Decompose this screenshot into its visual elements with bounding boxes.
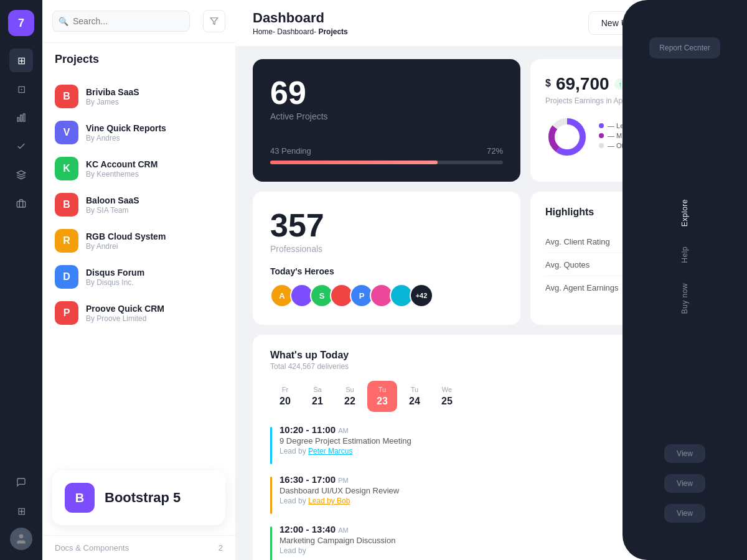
event-lead-link[interactable]: Lead by Bob	[308, 497, 350, 505]
view-button-1[interactable]: View	[664, 444, 705, 463]
earnings-amount: 69,700	[556, 74, 609, 94]
search-icon: 🔍	[59, 17, 68, 26]
nav-grid[interactable]: ⊡	[9, 77, 33, 101]
cal-day-num: 20	[280, 396, 291, 407]
calendar-day[interactable]: Sa 21	[303, 381, 332, 412]
project-name: RGB Cloud System	[86, 231, 166, 241]
nav-chat[interactable]	[9, 470, 33, 494]
svg-marker-3	[17, 170, 25, 175]
breadcrumb: Home- Dashboard- Projects	[253, 27, 348, 36]
cal-day-name: Tu	[411, 386, 418, 393]
event-lead-link[interactable]: Peter Marcus	[308, 447, 352, 455]
cal-day-name: Fr	[282, 386, 288, 393]
search-wrapper: 🔍	[52, 11, 198, 32]
calendar-day-active[interactable]: Tu 23	[367, 381, 397, 412]
bootstrap-card[interactable]: B Bootstrap 5	[52, 470, 225, 525]
progress-label: 43 Pending 72%	[270, 146, 503, 156]
docs-label: Docs & Components	[55, 543, 129, 553]
project-logo: R	[55, 229, 78, 253]
project-logo: V	[55, 121, 78, 144]
nav-chart[interactable]	[9, 106, 33, 129]
project-logo: D	[55, 265, 78, 289]
project-info: RGB Cloud System By Andrei	[86, 231, 166, 251]
highlight-label: Avg. Agent Earnings	[545, 283, 619, 292]
svg-rect-0	[17, 118, 19, 121]
overlay-tab-buy-now[interactable]: Buy now	[673, 273, 697, 324]
cal-day-name: Tu	[378, 386, 386, 393]
event-name: 9 Degree Project Estimation Meeting	[280, 436, 411, 446]
project-info: KC Account CRM By Keenthemes	[86, 159, 157, 179]
cal-day-num: 25	[441, 396, 453, 407]
projects-section: Projects	[42, 43, 235, 78]
cal-day-name: We	[442, 386, 452, 393]
report-center-button[interactable]: Report Cecnter	[649, 37, 720, 58]
search-input[interactable]	[52, 11, 190, 32]
breadcrumb-home: Home-	[253, 27, 275, 36]
main-content: Dashboard Home- Dashboard- Projects New …	[235, 0, 747, 560]
user-avatar[interactable]	[10, 528, 32, 550]
professionals-label: Professionals	[270, 244, 503, 254]
svg-rect-4	[17, 202, 25, 207]
calendar-day[interactable]: Su 22	[335, 381, 365, 412]
event-lead: Lead by Peter Marcus	[280, 447, 411, 455]
dollar-sign: $	[545, 78, 551, 89]
progress-bar-bg	[270, 161, 503, 164]
view-button-3[interactable]: View	[664, 504, 705, 523]
nav-table[interactable]: ⊞	[9, 499, 33, 523]
docs-row[interactable]: Docs & Components 2	[42, 535, 235, 560]
calendar-day[interactable]: We 25	[432, 381, 462, 412]
nav-check[interactable]	[9, 134, 33, 158]
project-item-proove[interactable]: P Proove Quick CRM By Proove Limited	[42, 295, 235, 331]
svg-marker-6	[210, 18, 218, 25]
filter-button[interactable]	[203, 10, 225, 32]
active-projects-count: 69	[270, 77, 503, 109]
cal-day-num: 22	[344, 396, 355, 407]
project-item-disqus[interactable]: D Disqus Forum By Disqus Inc.	[42, 259, 235, 295]
highlight-label: Avg. Client Rating	[545, 237, 610, 246]
project-item-vine[interactable]: V Vine Quick Reports By Andres	[42, 114, 235, 151]
project-item-baloon[interactable]: B Baloon SaaS By SIA Team	[42, 187, 235, 223]
project-author: By Keenthemes	[86, 170, 157, 179]
event-content: 10:20 - 11:00 AM 9 Degree Project Estima…	[280, 424, 411, 455]
event-line	[270, 526, 272, 560]
svg-rect-1	[21, 115, 22, 121]
hero-more: +42	[410, 284, 433, 307]
project-name: Baloon SaaS	[86, 195, 139, 205]
event-period: AM	[338, 526, 349, 534]
project-item-rgb[interactable]: R RGB Cloud System By Andrei	[42, 223, 235, 259]
cal-day-num: 23	[377, 396, 388, 407]
calendar-day[interactable]: Tu 24	[400, 381, 430, 412]
event-content: 12:00 - 13:40 AM Marketing Campaign Disc…	[280, 524, 395, 555]
professionals-card: 357 Professionals Today's Heroes ASP+42	[253, 192, 520, 325]
professionals-count: 357	[270, 209, 503, 241]
project-info: Disqus Forum By Disqus Inc.	[86, 268, 144, 287]
breadcrumb-dash: Dashboard-	[277, 27, 316, 36]
project-info: Proove Quick CRM By Proove Limited	[86, 304, 164, 323]
nav-briefcase[interactable]	[9, 192, 33, 215]
event-line	[270, 477, 272, 514]
project-author: By Andrei	[86, 242, 166, 251]
cal-day-num: 24	[409, 396, 420, 407]
report-button-wrapper: Report Cecnter	[649, 37, 720, 68]
heroes-section: Today's Heroes ASP+42	[270, 266, 503, 307]
overlay-tab-help[interactable]: Help	[673, 236, 697, 273]
svg-point-5	[19, 534, 24, 539]
nav-dashboard[interactable]: ⊞	[9, 49, 33, 72]
project-item-kc[interactable]: K KC Account CRM By Keenthemes	[42, 151, 235, 187]
view-button-2[interactable]: View	[664, 474, 705, 493]
event-lead: Lead by Lead by Bob	[280, 497, 399, 505]
project-item-briviba[interactable]: B Briviba SaaS By James	[42, 78, 235, 114]
cal-day-name: Su	[345, 386, 354, 393]
project-name: Proove Quick CRM	[86, 304, 164, 314]
highlight-label: Avg. Quotes	[545, 260, 590, 269]
heroes-title: Today's Heroes	[270, 266, 503, 276]
donut-chart	[545, 115, 589, 159]
user-badge[interactable]: 7	[8, 10, 34, 36]
progress-pct: 72%	[487, 146, 503, 156]
calendar-day[interactable]: Fr 20	[270, 381, 300, 412]
project-info: Briviba SaaS By James	[86, 87, 139, 106]
page-title: Dashboard	[253, 10, 348, 26]
view-buttons: View View View	[664, 444, 705, 523]
overlay-tab-explore[interactable]: Explore	[673, 189, 697, 236]
nav-layers[interactable]	[9, 163, 33, 187]
